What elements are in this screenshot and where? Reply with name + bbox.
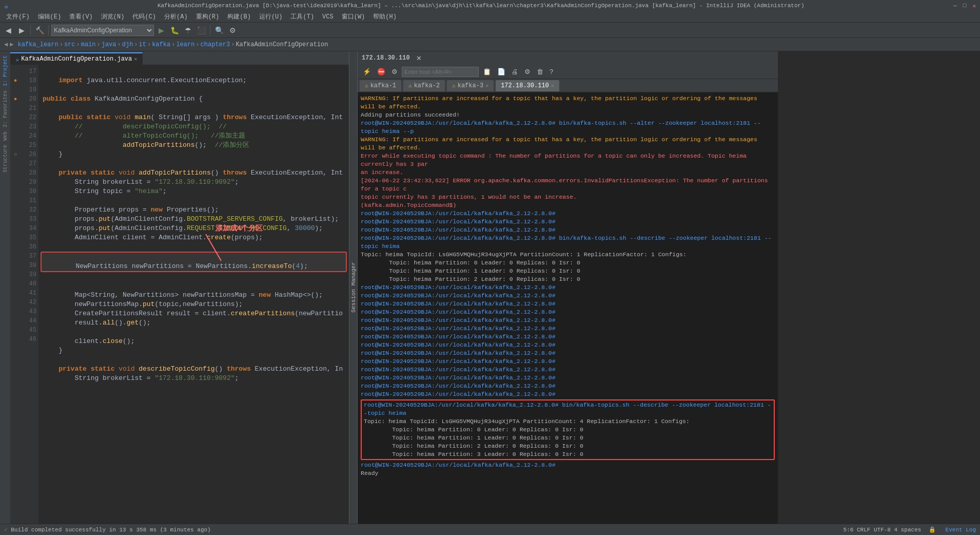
main-method: public static void main( String[] args )… [43,113,343,121]
kafka3-tab-close[interactable]: ✕ [485,83,488,89]
menu-view[interactable]: 查看(V) [65,11,97,22]
term-root11: root@WIN-20240529BJA:/usr/local/kafka/ka… [361,333,775,341]
debug-button[interactable]: 🐛 [168,24,181,36]
result-partition1: Topic: heima Partition: 1 Leader: 0 Repl… [364,434,772,442]
props-create: Properties props = new Properties(); [43,206,219,214]
terminal-close[interactable]: ✕ [414,53,424,63]
term-host-input[interactable] [402,67,479,77]
maximize-button[interactable]: □ [963,3,967,9]
run-config-dropdown[interactable]: KafkaAdminConfigOperation [51,25,154,36]
toolbar-sep-2 [48,25,49,35]
menu-code[interactable]: 代码(C) [128,11,160,22]
structure-icon[interactable]: Structure [3,145,8,173]
menu-navigate[interactable]: 浏览(N) [97,11,129,22]
menu-file[interactable]: 文件(F) [2,11,34,22]
term-root12: root@WIN-20240529BJA:/usr/local/kafka/ka… [361,341,775,349]
run-button[interactable]: ▶ [155,24,167,36]
breadcrumb-learn[interactable]: learn [176,41,194,48]
term-print[interactable]: 🖨 [509,67,520,77]
menu-edit[interactable]: 编辑(E) [34,11,66,22]
close-button[interactable]: ✕ [972,3,976,9]
term-disconnect[interactable]: ⛔ [375,67,387,77]
describe-method-decl: private static void describeTopicConfig(… [43,365,343,373]
term-topic-id: Topic: heima TopicId: LsGHG5VMQHujR34ugX… [361,251,775,259]
term-help[interactable]: ? [547,67,555,77]
main-close: } [43,150,63,158]
menu-run[interactable]: 运行(U) [255,11,287,22]
breadcrumb-djh[interactable]: djh [122,41,133,48]
term-root1: root@WIN-20240529BJA:/usr/local/kafka/ka… [361,119,775,136]
menu-help[interactable]: 帮助(H) [369,11,401,22]
project-icon[interactable]: 1: Project [3,55,8,86]
breadcrumb-kafka[interactable]: kafka [152,41,170,48]
breadcrumb-java[interactable]: java [102,41,116,48]
breadcrumb-it[interactable]: it [139,41,146,48]
term-root-last: root@WIN-20240529BJA:/usr/local/kafka/ka… [361,461,775,469]
breadcrumb-src[interactable]: src [64,41,75,48]
term-partitions3: topic currently has 3 partitions, 1 woul… [361,193,775,201]
broker-list2: String brokerList = "172.18.30.110:9092"… [43,374,239,382]
left-sidebar: 1: Project 2: Favorites Web Structure [0,51,10,524]
term-root9: root@WIN-20240529BJA:/usr/local/kafka/ka… [361,316,775,324]
term-kafka-cmd: (kafka.admin.TopicCommand$) [361,201,775,209]
coverage-button[interactable]: ☂ [182,24,194,36]
event-log-link[interactable]: Event Log [946,527,976,533]
breadcrumb-class[interactable]: KafkaAdminConfigOperation [236,41,328,48]
term-clear[interactable]: 🗑 [535,67,545,77]
term-reconnect[interactable]: ⚡ [361,67,373,77]
minimize-button[interactable]: — [953,3,957,9]
breadcrumb-chapter3[interactable]: chapter3 [201,41,230,48]
editor-panel: ☕ KafkaAdminConfigOperation.java ✕ ● ● ○ [10,51,349,524]
editor-tab-label: KafkaAdminConfigOperation.java [21,55,132,63]
add-method-close: } [43,347,63,354]
back-button[interactable]: ◀ [2,24,14,36]
term-tab-ip[interactable]: 172.18.30.110 ✕ [496,80,559,91]
menu-refactor[interactable]: 重构(R) [192,11,224,22]
terminal-toolbar: ⚡ ⛔ ⚙ 📋 📄 🖨 ⚙ 🗑 ? [358,65,778,79]
editor-tab-main[interactable]: ☕ KafkaAdminConfigOperation.java ✕ [10,52,143,65]
term-config[interactable]: ⚙ [522,67,533,77]
favorites-icon[interactable]: 2: Favorites [3,90,8,127]
toolbar: ◀ ▶ 🔨 KafkaAdminConfigOperation ▶ 🐛 ☂ ⬛ … [0,23,980,38]
menu-window[interactable]: 窗口(W) [338,11,369,22]
search-button[interactable]: 🔍 [213,24,225,36]
editor-tab-close[interactable]: ✕ [134,56,137,62]
settings-button[interactable]: ⚙ [226,24,239,36]
term-root13: root@WIN-20240529BJA:/usr/local/kafka/ka… [361,349,775,357]
menu-analyze[interactable]: 分析(A) [160,11,192,22]
term-partition1: Topic: heima Partition: 1 Leader: 0 Repl… [361,267,775,275]
stop-button[interactable]: ⬛ [195,24,207,36]
term-tab-kafka2[interactable]: ⚠ kafka-2 [403,80,445,91]
code-content[interactable]: import java.util.concurrent.ExecutionExc… [38,65,349,524]
ip-tab-close[interactable]: ✕ [551,83,554,89]
editor-tabs: ☕ KafkaAdminConfigOperation.java ✕ [10,51,349,65]
breadcrumb-main[interactable]: main [81,41,96,48]
web-icon[interactable]: Web [3,131,8,141]
terminal-panel: 172.18.30.110 ✕ ⚡ ⛔ ⚙ 📋 📄 🖨 ⚙ 🗑 ? ⚠ kafk… [357,51,778,524]
term-root2: root@WIN-20240529BJA:/usr/local/kafka/ka… [361,209,775,218]
term-root3: root@WIN-20240529BJA:/usr/local/kafka/ka… [361,218,775,226]
highlighted-code-box: NewPartitions newPartitions = NewPartiti… [41,252,347,272]
broker-list: String brokerList = "172.18.30.110:9092"… [43,178,239,186]
menu-tools[interactable]: 工具(T) [286,11,318,22]
terminal-content[interactable]: WARNING: If partitions are increased for… [358,92,778,524]
menu-build[interactable]: 构建(B) [223,11,255,22]
term-tab-kafka3-label: kafka-3 [458,82,483,89]
forward-button[interactable]: ▶ [15,24,28,36]
add-partitions-call: addTopicPartitions(); //添加分区 [43,141,249,149]
menu-vcs[interactable]: VCS [318,12,338,22]
term-copy[interactable]: 📋 [481,67,493,77]
kafka1-warning-icon: ⚠ [365,82,368,89]
term-paste[interactable]: 📄 [495,67,507,77]
term-root10: root@WIN-20240529BJA:/usr/local/kafka/ka… [361,324,775,333]
breadcrumb-arrow-left[interactable]: ◀ [4,41,8,48]
sessions-label[interactable]: Session Manager [350,262,357,313]
breadcrumb-arrow-right[interactable]: ▶ [10,41,13,48]
term-tab-kafka1[interactable]: ⚠ kafka-1 [360,80,401,91]
code-editor[interactable]: ● ● ○ [10,65,349,524]
build-button[interactable]: 🔨 [33,24,46,36]
term-settings[interactable]: ⚙ [389,67,400,77]
term-root8: root@WIN-20240529BJA:/usr/local/kafka/ka… [361,308,775,316]
breadcrumb-kafka-learn[interactable]: kafka_learn [17,41,58,48]
term-tab-kafka3[interactable]: ⚠ kafka-3 ✕ [447,80,494,91]
